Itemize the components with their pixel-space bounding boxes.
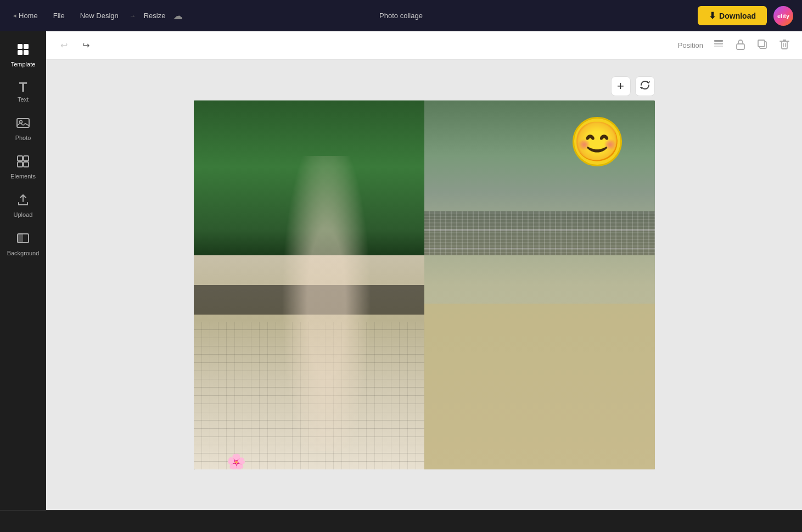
photo-collage[interactable]: 🌸 🌸 🌸 🌸 🌸 🌸 🌸 🌸: [194, 100, 655, 469]
svg-rect-6: [18, 156, 23, 161]
nav-right: ⬇ Download elity: [698, 6, 793, 26]
smiley-circle: 😊: [573, 117, 622, 166]
download-icon: ⬇: [709, 10, 716, 21]
canvas-wrapper: +: [194, 100, 655, 469]
canvas-area[interactable]: +: [46, 60, 802, 510]
svg-rect-9: [24, 162, 29, 167]
background-label: Background: [7, 250, 40, 256]
replace-icon: [640, 80, 650, 93]
resize-arrow-icon: →: [130, 12, 136, 20]
nav-left: ◂ Home File New Design → Resize ☁: [9, 9, 698, 22]
toolbar-right: Position: [678, 37, 793, 54]
svg-rect-11: [18, 234, 23, 243]
nav-center-title: Photo collage: [379, 12, 423, 20]
nav-new-design[interactable]: New Design: [76, 9, 123, 22]
svg-rect-8: [18, 162, 23, 167]
photo-left[interactable]: 🌸 🌸 🌸 🌸 🌸 🌸 🌸 🌸: [194, 100, 424, 469]
nav-file[interactable]: File: [49, 9, 69, 22]
elements-icon: [16, 154, 30, 171]
svg-rect-13: [714, 43, 723, 44]
delete-icon: [779, 39, 789, 52]
sidebar-item-background[interactable]: Background: [0, 225, 46, 263]
smiley-sticker[interactable]: 😊: [573, 117, 622, 166]
template-label: Template: [11, 61, 36, 68]
background-icon: [16, 231, 30, 248]
upload-icon: [16, 193, 30, 209]
svg-rect-0: [18, 44, 23, 49]
elements-label: Elements: [10, 173, 36, 180]
svg-rect-7: [24, 156, 29, 161]
bottom-bar: [0, 510, 802, 532]
flower-sticker-1: 🌸: [227, 453, 246, 469]
smiley-face-icon: 😊: [573, 122, 621, 161]
svg-rect-15: [737, 44, 744, 49]
svg-rect-3: [24, 50, 29, 55]
template-icon: [16, 42, 30, 59]
svg-rect-2: [18, 50, 23, 55]
layer-button[interactable]: [710, 37, 727, 54]
svg-rect-4: [17, 119, 29, 127]
text-icon: T: [19, 81, 27, 94]
sidebar-item-elements[interactable]: Elements: [0, 148, 46, 186]
redo-icon: ↪: [82, 40, 89, 51]
main-area: Template T Text Photo: [0, 31, 802, 510]
sidebar-item-photo[interactable]: Photo: [0, 109, 46, 148]
replace-image-button[interactable]: [635, 76, 655, 96]
duplicate-icon: [757, 39, 768, 52]
avatar[interactable]: elity: [773, 6, 793, 26]
svg-rect-12: [714, 40, 723, 42]
svg-rect-17: [758, 40, 765, 47]
redo-button[interactable]: ↪: [77, 37, 94, 54]
lock-button[interactable]: [732, 37, 749, 54]
sidebar-item-template[interactable]: Template: [0, 36, 46, 74]
sidebar-item-upload[interactable]: Upload: [0, 186, 46, 225]
download-button[interactable]: ⬇ Download: [698, 6, 767, 25]
toolbar: ↩ ↪ Position: [46, 31, 802, 60]
layer-icon: [713, 39, 724, 52]
cloud-save-icon[interactable]: ☁: [173, 10, 183, 22]
canvas-controls: +: [611, 76, 655, 96]
svg-rect-18: [782, 41, 787, 49]
photo-right[interactable]: 😊: [424, 100, 655, 469]
svg-rect-14: [714, 46, 723, 47]
undo-icon: ↩: [60, 40, 68, 51]
position-label: Position: [678, 41, 703, 49]
delete-button[interactable]: [776, 37, 793, 54]
photo-label: Photo: [15, 135, 31, 141]
sidebar: Template T Text Photo: [0, 31, 46, 510]
nav-resize[interactable]: Resize: [139, 9, 170, 22]
text-label: Text: [18, 96, 29, 103]
upload-label: Upload: [14, 211, 33, 218]
svg-rect-1: [24, 44, 29, 49]
add-image-button[interactable]: +: [611, 76, 631, 96]
photo-icon: [16, 116, 30, 132]
sidebar-item-text[interactable]: T Text: [0, 74, 46, 109]
content-area: ↩ ↪ Position: [46, 31, 802, 510]
undo-button[interactable]: ↩: [55, 37, 72, 54]
top-navigation: ◂ Home File New Design → Resize ☁ Photo …: [0, 0, 802, 31]
duplicate-button[interactable]: [754, 37, 771, 54]
add-icon: +: [617, 79, 624, 93]
nav-home[interactable]: ◂ Home: [9, 9, 42, 22]
lock-icon: [736, 39, 745, 52]
